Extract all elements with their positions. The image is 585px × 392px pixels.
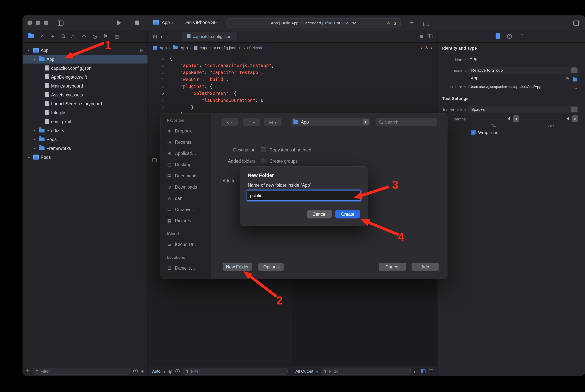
navigator-filter-field[interactable] — [32, 368, 130, 374]
indent-using-dropdown[interactable]: Spaces — [469, 106, 578, 113]
editor-tab[interactable]: capacitor.config.json — [182, 32, 237, 41]
search-field[interactable] — [376, 118, 437, 126]
indent-width-stepper[interactable]: 4 — [521, 115, 578, 122]
history-inspector-icon[interactable] — [507, 34, 512, 38]
recent-files-icon[interactable] — [133, 369, 138, 374]
reveal-in-finder-icon[interactable] — [574, 84, 578, 91]
navigator-item[interactable]: ▸Pods — [23, 135, 147, 144]
navigator-item[interactable]: ▸Products — [23, 126, 147, 135]
run-button[interactable] — [117, 20, 121, 26]
navigator-item[interactable]: Main.storyboard — [23, 81, 147, 90]
new-folder-button[interactable]: New Folder — [223, 262, 252, 271]
name-field[interactable]: App — [469, 55, 578, 62]
disclosure-right-icon[interactable]: ▸ — [34, 128, 39, 132]
scheme-app-icon[interactable] — [153, 20, 159, 25]
warning-count[interactable]: 2 — [394, 21, 396, 26]
run-destination[interactable]: Dan's iPhone SE — [183, 20, 217, 25]
show-variables-pane-icon[interactable] — [421, 369, 426, 373]
crumb-file[interactable]: capacitor.config.json — [200, 45, 236, 50]
list-view-control[interactable] — [243, 118, 260, 126]
navigator-item[interactable]: ▾AppM — [23, 46, 147, 54]
sheet-sidebar-item[interactable]: ☁iCloud Dri… — [161, 238, 211, 250]
disclosure-right-icon[interactable]: ▸ — [34, 137, 39, 141]
info-icon[interactable] — [175, 369, 180, 373]
warning-icon[interactable] — [387, 20, 390, 25]
find-navigator-icon[interactable] — [60, 34, 65, 39]
close-window-button[interactable] — [27, 20, 32, 25]
navigator-item[interactable]: config.xml — [23, 117, 147, 126]
folder-popup[interactable]: App — [291, 118, 370, 126]
sheet-sidebar-item[interactable]: ◈Dropbox — [161, 125, 211, 136]
location-dropdown[interactable]: Relative to Group — [469, 66, 578, 74]
show-console-pane-icon[interactable] — [429, 369, 433, 373]
add-editor-icon[interactable] — [423, 22, 429, 26]
code-line[interactable]: 2 "appId": "com.capacitorjs.testapp", — [148, 62, 437, 69]
sheet-sidebar-item[interactable]: ▦Pictures — [161, 215, 211, 226]
code-line[interactable]: 4 "webDir": "build", — [148, 76, 437, 83]
console-filter-field[interactable] — [321, 368, 411, 374]
source-control-navigator-icon[interactable]: × — [39, 33, 45, 39]
library-add-button[interactable] — [410, 18, 414, 26]
navigator-filter-input[interactable] — [41, 369, 128, 374]
forward-button[interactable]: › — [166, 33, 168, 39]
clear-console-icon[interactable] — [414, 369, 418, 373]
adjust-editor-icon[interactable] — [420, 33, 423, 40]
project-navigator-icon[interactable] — [28, 34, 34, 38]
sourcecontrol-filter-icon[interactable] — [140, 368, 144, 374]
back-forward-control[interactable]: ‹ › — [221, 118, 238, 126]
variables-scope-select[interactable]: Auto — [152, 369, 160, 374]
crumb-group[interactable]: App — [181, 45, 188, 50]
crumb-project[interactable]: App — [159, 45, 167, 50]
sheet-sidebar-item[interactable]: ⌂dan — [161, 192, 211, 204]
navigator-item[interactable]: Assets.xcassets — [23, 90, 147, 99]
file-inspector-icon[interactable] — [496, 33, 500, 39]
quick-help-inspector-icon[interactable]: ? — [519, 33, 525, 39]
stop-button[interactable] — [135, 20, 139, 25]
console-filter-input[interactable] — [329, 369, 408, 374]
navigator-item[interactable]: capacitor.config.json — [23, 64, 147, 72]
reset-location-icon[interactable] — [565, 75, 569, 82]
symbol-navigator-icon[interactable]: ⊞ — [49, 33, 56, 39]
wrap-lines-checkbox[interactable] — [471, 130, 476, 135]
add-file-button[interactable] — [26, 367, 30, 375]
tab-width-stepper[interactable]: 4 — [469, 115, 519, 122]
code-line[interactable]: 5 "plugins": { — [148, 83, 437, 90]
code-line[interactable]: 7 "launchShowDuration": 0 — [148, 97, 437, 104]
navigator-item[interactable]: LaunchScreen.storyboard — [23, 99, 147, 108]
code-line[interactable]: 8 } — [148, 104, 437, 111]
disclosure-right-icon[interactable]: ▸ — [28, 155, 33, 159]
search-input[interactable] — [385, 120, 434, 124]
issue-navigator-icon[interactable]: ⚠ — [70, 33, 76, 39]
navigator-item[interactable]: Info.plist — [23, 108, 147, 117]
navigator-toggle-button[interactable] — [57, 20, 63, 27]
code-line[interactable]: 3 "appName": "capacitor-testapp", — [148, 69, 437, 76]
sheet-sidebar-item[interactable]: ▤Documents — [161, 170, 211, 181]
crumb-selection[interactable]: No Selection — [243, 45, 266, 50]
debug-navigator-icon[interactable]: ◎ — [92, 33, 98, 39]
previous-issue-button[interactable]: ‹ — [421, 45, 422, 50]
create-groups-radio[interactable] — [261, 158, 266, 164]
code-line[interactable]: 6 "SplashScreen": { — [148, 90, 437, 97]
folder-name-input[interactable] — [247, 190, 361, 201]
disclosure-down-icon[interactable]: ▾ — [34, 57, 39, 61]
disclosure-right-icon[interactable]: ▸ — [34, 146, 39, 150]
variables-filter-field[interactable] — [183, 368, 288, 374]
split-editor-icon[interactable] — [427, 34, 433, 38]
sheet-sidebar-item[interactable]: ⊡Daniel's… — [161, 262, 211, 274]
minimize-window-button[interactable] — [36, 20, 40, 25]
scheme-name[interactable]: App — [162, 20, 170, 25]
console-output-select[interactable]: All Output — [295, 369, 313, 374]
quicklook-icon[interactable] — [168, 368, 172, 374]
back-button[interactable]: ‹ — [161, 33, 163, 39]
navigator-item[interactable]: ▸Pods — [23, 152, 147, 162]
copy-items-checkbox[interactable] — [261, 147, 266, 152]
next-issue-button[interactable]: › — [431, 45, 433, 50]
icon-view-control[interactable] — [264, 118, 281, 126]
variables-filter-input[interactable] — [191, 369, 285, 374]
options-button[interactable]: Options — [258, 262, 284, 271]
choose-folder-icon[interactable] — [573, 78, 577, 82]
dialog-cancel-button[interactable]: Cancel — [307, 210, 332, 218]
navigator-item[interactable]: ▾App — [23, 54, 147, 64]
sheet-cancel-button[interactable]: Cancel — [379, 262, 406, 271]
report-navigator-icon[interactable]: ▤ — [113, 33, 120, 39]
